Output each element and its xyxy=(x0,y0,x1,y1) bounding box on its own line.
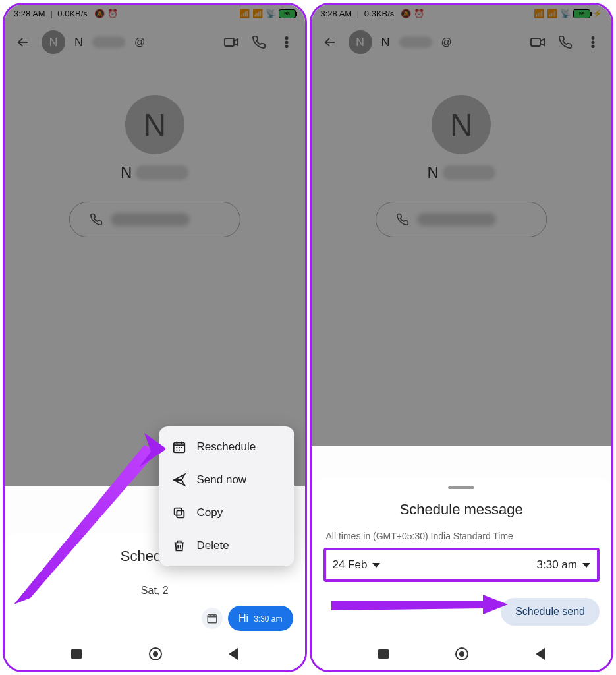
chevron-down-icon xyxy=(372,563,380,568)
conversation-header: N N @ xyxy=(312,22,612,62)
timezone-note: All times in (GMT+05:30) India Standard … xyxy=(323,530,600,543)
calendar-icon xyxy=(172,440,186,454)
svg-point-1 xyxy=(285,37,287,39)
conversation-header: N N @ xyxy=(5,22,305,62)
at-icon: @ xyxy=(441,36,452,48)
phone-number-blur xyxy=(417,213,496,226)
phone-icon xyxy=(90,213,103,226)
more-button[interactable] xyxy=(584,33,602,51)
svg-rect-0 xyxy=(225,38,234,46)
svg-rect-4 xyxy=(208,615,217,623)
nav-home[interactable] xyxy=(455,647,468,660)
video-call-button[interactable] xyxy=(528,33,547,51)
wifi-icon: 📡 xyxy=(560,9,571,18)
status-time: 3:28 AM xyxy=(321,9,352,18)
menu-send-now[interactable]: Send now xyxy=(159,463,294,496)
video-call-button[interactable] xyxy=(222,33,240,51)
signal-icon: 📶 xyxy=(252,9,263,18)
menu-copy[interactable]: Copy xyxy=(159,496,294,529)
contact-name-blur xyxy=(399,36,432,48)
nav-home[interactable] xyxy=(149,647,162,660)
at-icon: @ xyxy=(134,36,145,48)
svg-point-13 xyxy=(592,45,594,47)
nav-bar xyxy=(5,637,305,670)
phone-number-pill[interactable] xyxy=(376,202,547,237)
time-selector[interactable]: 3:30 am xyxy=(537,558,590,572)
phone-right: 3:28 AM | 0.3KB/s 🔕 ⏰ 📶 📶 📡 98 ⚡ N N @ xyxy=(310,3,614,672)
battery-icon: 98 xyxy=(573,9,590,18)
more-button[interactable] xyxy=(277,33,296,51)
nav-back[interactable] xyxy=(536,648,545,660)
svg-point-11 xyxy=(592,37,594,39)
signal-icon: 📶 xyxy=(239,9,250,18)
avatar[interactable]: N xyxy=(349,30,372,54)
svg-rect-6 xyxy=(177,510,184,517)
svg-point-3 xyxy=(285,45,287,47)
message-text: Hi xyxy=(238,612,248,624)
status-net: 0.0KB/s xyxy=(57,9,88,18)
svg-point-12 xyxy=(592,41,594,43)
avatar[interactable]: N xyxy=(42,30,65,54)
phone-number-pill[interactable] xyxy=(69,202,240,237)
copy-icon xyxy=(172,506,186,520)
call-button[interactable] xyxy=(250,33,268,51)
contact-name-prefix: N xyxy=(381,36,390,49)
signal-icon: 📶 xyxy=(547,9,557,18)
contact-name-blur xyxy=(92,36,125,48)
status-bar: 3:28 AM | 0.0KB/s 🔕 ⏰ 📶 📶 📡 98 xyxy=(5,5,305,22)
contact-display: N xyxy=(312,163,612,182)
svg-rect-7 xyxy=(174,508,181,515)
svg-point-2 xyxy=(285,41,287,43)
status-time: 3:28 AM xyxy=(14,9,45,18)
alarm-icon: ⏰ xyxy=(107,9,118,18)
avatar-large: N xyxy=(125,95,184,154)
wifi-icon: 📡 xyxy=(266,9,276,18)
avatar-large: N xyxy=(432,95,491,154)
phone-icon xyxy=(396,213,409,226)
message-bubble[interactable]: Hi 3:30 am xyxy=(228,606,293,631)
bell-off-icon: 🔕 xyxy=(94,9,105,18)
nav-bar xyxy=(312,637,612,670)
chevron-down-icon xyxy=(582,563,590,568)
menu-delete[interactable]: Delete xyxy=(159,529,294,562)
signal-icon: 📶 xyxy=(534,9,544,18)
contact-display: N xyxy=(5,163,305,182)
nav-recent[interactable] xyxy=(378,649,389,659)
menu-reschedule[interactable]: Reschedule xyxy=(159,430,294,463)
drag-handle[interactable] xyxy=(448,486,474,489)
schedule-send-button[interactable]: Schedule send xyxy=(501,598,600,626)
svg-rect-10 xyxy=(531,38,540,46)
context-menu: Reschedule Send now Copy Delete xyxy=(159,426,294,566)
back-button[interactable] xyxy=(321,33,339,51)
status-bar: 3:28 AM | 0.3KB/s 🔕 ⏰ 📶 📶 📡 98 ⚡ xyxy=(312,5,612,22)
status-net: 0.3KB/s xyxy=(364,9,395,18)
trash-icon xyxy=(172,539,186,553)
send-icon xyxy=(172,473,186,487)
schedule-sheet: Schedule message All times in (GMT+05:30… xyxy=(312,477,612,637)
phone-left: 3:28 AM | 0.0KB/s 🔕 ⏰ 📶 📶 📡 98 N N @ xyxy=(3,3,307,672)
back-button[interactable] xyxy=(14,33,32,51)
charging-icon: ⚡ xyxy=(593,9,602,18)
scheduled-date: Sat, 2 xyxy=(16,585,293,597)
call-button[interactable] xyxy=(556,33,574,51)
nav-back[interactable] xyxy=(229,648,238,660)
sheet-title: Schedule message xyxy=(323,501,600,518)
schedule-indicator-icon[interactable] xyxy=(202,608,223,629)
bell-off-icon: 🔕 xyxy=(401,9,411,18)
alarm-icon: ⏰ xyxy=(414,9,424,18)
contact-name-prefix: N xyxy=(74,36,83,49)
date-time-selectors: 24 Feb 3:30 am xyxy=(323,548,600,582)
phone-number-blur xyxy=(111,213,190,226)
nav-recent[interactable] xyxy=(71,649,82,659)
battery-icon: 98 xyxy=(279,9,296,18)
message-time: 3:30 am xyxy=(254,614,282,624)
date-selector[interactable]: 24 Feb xyxy=(333,558,381,572)
